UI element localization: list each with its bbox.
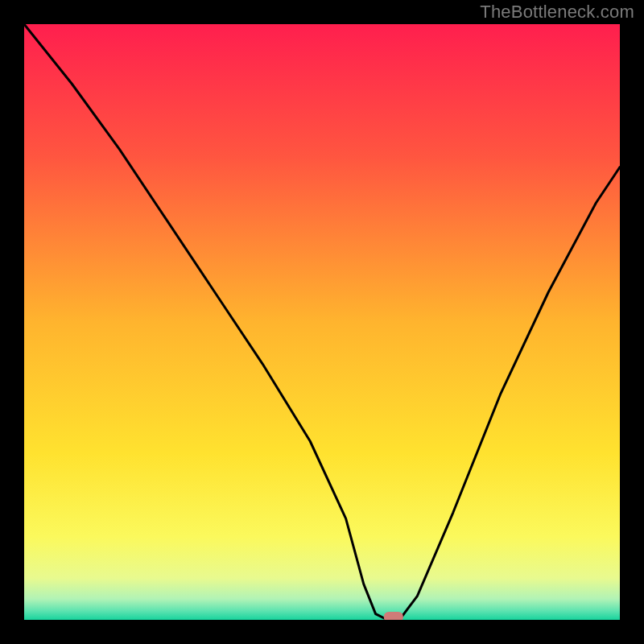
watermark-text: TheBottleneck.com: [480, 2, 634, 23]
chart-frame: TheBottleneck.com: [0, 0, 644, 644]
plot-area: [24, 24, 620, 620]
bottleneck-chart-svg: [24, 24, 620, 620]
gradient-background: [24, 24, 620, 620]
optimal-point-marker: [384, 612, 403, 620]
